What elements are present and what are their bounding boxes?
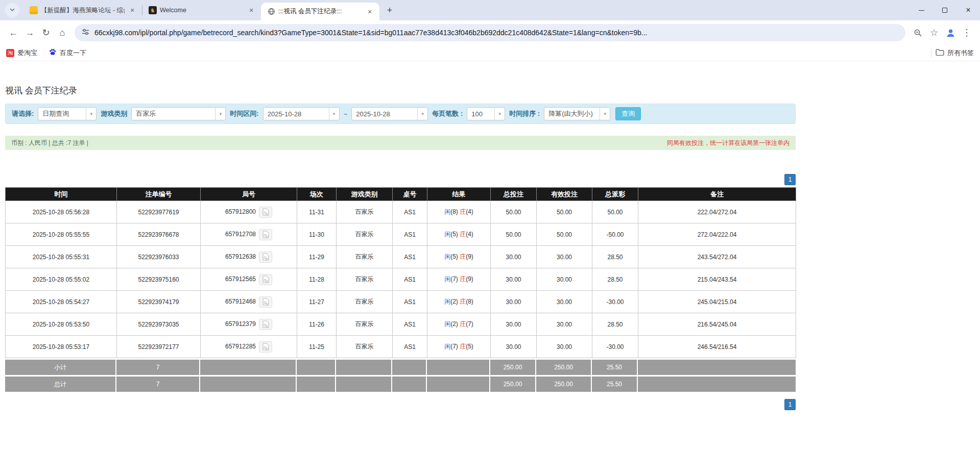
remark-cell: 272.04/222.04	[638, 223, 796, 246]
url-text[interactable]: 66cxkj98.com/ipl/portal.php/game/betreco…	[94, 29, 647, 37]
back-button[interactable]: ←	[5, 24, 21, 41]
bookmark-label: 百度一下	[60, 48, 86, 58]
minimize-button[interactable]	[910, 0, 933, 20]
time-cell: 2025-10-28 05:55:31	[6, 246, 117, 268]
total-bet-cell[interactable]: 50.00	[491, 201, 537, 223]
column-header: 总派彩	[592, 188, 638, 201]
date-from-value: 2025-10-28	[264, 108, 329, 120]
total-bet-cell[interactable]: 30.00	[491, 291, 537, 313]
per-page-select[interactable]: 100 ▼	[467, 107, 505, 120]
profile-avatar[interactable]	[942, 24, 959, 41]
records-table: 时间注单编号局号场次游戏类别桌号结果总投注有效投注总派彩备注 2025-10-2…	[5, 187, 796, 358]
page-number-button[interactable]: 1	[784, 174, 796, 185]
bookmark-baidu[interactable]: 百度一下	[49, 48, 86, 58]
pagination-bottom: 1	[5, 399, 796, 410]
footer-cell: 250.00	[490, 360, 535, 375]
tab-title: Welcome	[160, 7, 244, 14]
table-row: 2025-10-28 05:55:55522923976678657912708…	[6, 223, 796, 246]
result-cell: 闲(2) 庄(8)	[427, 291, 491, 313]
banker-result: 庄	[460, 275, 466, 283]
sort-value: 降冪(由大到小)	[544, 108, 600, 120]
player-score: (5)	[450, 253, 458, 260]
table-row: 2025-10-28 05:53:17522923972177657912285…	[6, 336, 796, 358]
forward-button[interactable]: →	[21, 24, 38, 41]
footer-cell	[297, 360, 335, 375]
round-video-icon[interactable]	[259, 319, 272, 330]
query-type-value: 日期查询	[38, 108, 86, 120]
session-cell: 11-25	[297, 336, 337, 358]
bet-id-cell: 522923974179	[117, 291, 201, 313]
search-button[interactable]: 查询	[615, 107, 641, 120]
total-bet-cell[interactable]: 50.00	[491, 223, 537, 246]
round-video-icon[interactable]	[259, 341, 272, 353]
valid-bet-cell: 50.00	[537, 201, 592, 223]
home-button[interactable]: ⌂	[54, 24, 70, 41]
footer-cell	[392, 360, 426, 375]
tab-close-icon[interactable]: ×	[365, 7, 374, 16]
bookmark-star-icon[interactable]: ☆	[926, 24, 942, 41]
table-row: 2025-10-28 05:55:31522923976033657912638…	[6, 246, 796, 268]
footer-cell: 25.50	[592, 377, 637, 392]
maximize-button[interactable]	[933, 0, 957, 20]
address-bar[interactable]: 66cxkj98.com/ipl/portal.php/game/betreco…	[75, 24, 905, 41]
player-result: 闲	[444, 275, 450, 283]
total-bet-cell[interactable]: 30.00	[491, 246, 537, 268]
footer-cell	[200, 377, 296, 392]
tab-close-icon[interactable]: ×	[247, 6, 256, 15]
all-bookmarks-button[interactable]: 所有书签	[936, 48, 974, 58]
bookmark-taobao[interactable]: 淘 爱淘宝	[6, 48, 37, 58]
reload-button[interactable]: ↻	[38, 24, 54, 41]
total-bet-cell[interactable]: 30.00	[491, 313, 537, 336]
browser-window: 【新提醒】海燕策略论坛 - 综合 × ♞ Welcome × :::视讯 会员下…	[0, 0, 980, 410]
banker-score: (9)	[466, 253, 473, 260]
total-bet-cell[interactable]: 30.00	[491, 268, 537, 291]
game-type-select[interactable]: 百家乐 ▼	[131, 107, 226, 120]
table-footer: 小计7250.00250.0025.50总计7250.00250.0025.50	[5, 360, 975, 392]
date-from-select[interactable]: 2025-10-28 ▼	[263, 107, 340, 120]
tab-welcome[interactable]: ♞ Welcome ×	[142, 0, 261, 20]
round-video-icon[interactable]	[259, 207, 272, 218]
date-to-select[interactable]: 2025-10-28 ▼	[351, 107, 428, 120]
page-number-button[interactable]: 1	[784, 399, 796, 410]
payout-cell: -30.00	[592, 336, 638, 358]
tab-search-button[interactable]	[5, 3, 19, 17]
query-type-select[interactable]: 日期查询 ▼	[38, 107, 97, 120]
new-tab-button[interactable]: +	[383, 3, 397, 17]
column-header: 局号	[201, 188, 297, 201]
round-video-icon[interactable]	[259, 274, 272, 285]
table-no-cell: AS1	[393, 223, 427, 246]
zoom-icon[interactable]	[910, 24, 926, 41]
footer-cell: 250.00	[536, 360, 591, 375]
chevron-down-icon: ▼	[494, 108, 505, 120]
player-result: 闲	[444, 231, 450, 238]
game-type-value: 百家乐	[132, 108, 215, 120]
column-header: 有效投注	[537, 188, 592, 201]
time-range-label: 时间区间:	[230, 109, 258, 118]
sort-select[interactable]: 降冪(由大到小) ▼	[544, 107, 610, 120]
tab-forum[interactable]: 【新提醒】海燕策略论坛 - 综合 ×	[23, 0, 142, 20]
player-result: 闲	[444, 343, 450, 350]
total-bet-cell[interactable]: 30.00	[491, 336, 537, 358]
round-video-icon[interactable]	[259, 296, 272, 308]
banker-result: 庄	[460, 320, 466, 328]
round-video-icon[interactable]	[259, 229, 272, 240]
site-settings-icon[interactable]	[82, 28, 89, 38]
footer-cell	[200, 360, 296, 375]
tab-title: :::视讯 会员下注纪录:::	[278, 7, 362, 16]
round-cell: 657912565	[201, 268, 297, 291]
page-title: 视讯 会员下注纪录	[5, 61, 975, 96]
welcome-favicon-icon: ♞	[149, 6, 157, 14]
banker-result: 庄	[460, 343, 466, 350]
table-header-row: 时间注单编号局号场次游戏类别桌号结果总投注有效投注总派彩备注	[6, 188, 796, 201]
player-result: 闲	[444, 320, 450, 328]
chevron-down-icon: ▼	[86, 108, 96, 120]
tab-bet-records-active[interactable]: :::视讯 会员下注纪录::: ×	[261, 3, 379, 20]
tab-close-icon[interactable]: ×	[128, 6, 137, 15]
round-video-icon[interactable]	[259, 252, 272, 263]
round-id: 657912638	[225, 253, 256, 260]
result-cell: 闲(8) 庄(4)	[427, 201, 491, 223]
menu-dots-icon[interactable]: ⋮	[959, 24, 975, 41]
chevron-down-icon: ▼	[329, 108, 339, 120]
close-window-button[interactable]: ×	[957, 0, 980, 20]
table-row: 2025-10-28 05:55:02522923975160657912565…	[6, 268, 796, 291]
